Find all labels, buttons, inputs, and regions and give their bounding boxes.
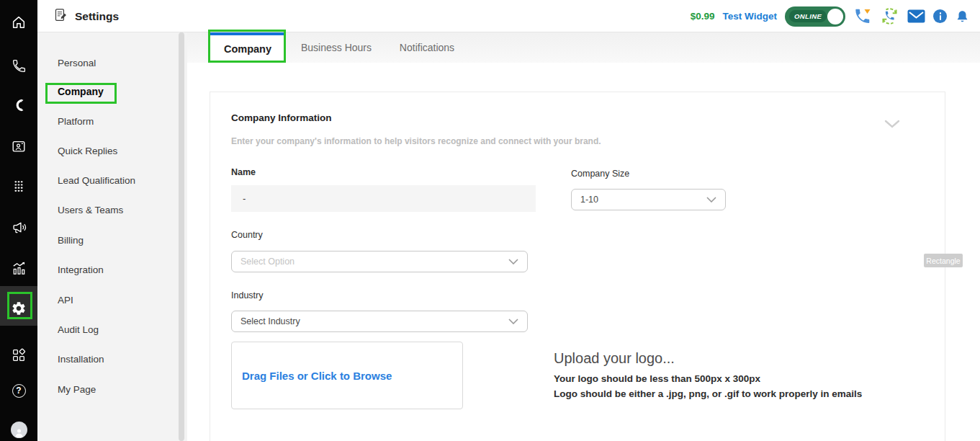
tab-strip: Company Business Hours Notifications [187,32,980,63]
question-mark-glyph: ? [12,384,26,398]
industry-value: Select Industry [240,316,508,326]
chevron-down-icon [508,259,518,264]
sidebar-item-billing[interactable]: Billing [58,235,84,246]
sidebar-item-api[interactable]: API [58,295,73,306]
industry-label: Industry [231,290,263,300]
sidebar-item-quick-replies[interactable]: Quick Replies [58,146,117,156]
notifications-bell-icon[interactable] [955,9,970,24]
sidebar-scrollbar[interactable] [179,32,184,441]
page-title: Settings [75,10,119,23]
dropzone-label: Drag Files or Click to Browse [242,370,392,382]
dialpad-icon[interactable] [0,177,37,196]
company-name-input[interactable] [231,185,536,212]
lead-magnet-icon[interactable] [0,96,37,115]
online-status-toggle[interactable]: ONLINE [785,6,845,27]
settings-doc-icon [53,7,68,26]
chevron-down-icon [508,318,518,324]
tab-notifications[interactable]: Notifications [393,32,461,63]
sidebar-item-lead-qualification[interactable]: Lead Qualification [58,175,135,186]
name-label: Name [231,167,256,177]
online-status-label: ONLINE [789,10,827,22]
sidebar-item-company[interactable]: Company [58,86,104,97]
widget-name-link[interactable]: Test Widget [723,11,777,22]
card-subtitle: Enter your company's information to help… [231,136,601,146]
tab-company[interactable]: Company [210,32,286,63]
toggle-knob [827,9,843,24]
info-icon[interactable] [933,9,947,23]
country-select[interactable]: Select Option [231,251,528,272]
industry-select[interactable]: Select Industry [231,311,528,332]
top-header: Settings $0.99 Test Widget ONLINE [37,0,980,32]
icon-rail: ? [0,0,37,441]
help-icon[interactable]: ? [0,381,37,400]
upload-logo-hint-size: Your logo should be less than 500px x 30… [554,373,760,384]
sidebar-item-users-teams[interactable]: Users & Teams [58,205,123,215]
sidebar-item-my-page[interactable]: My Page [58,384,96,395]
avatar[interactable] [0,420,37,439]
gear-icon[interactable] [0,299,37,318]
main-content: Company Business Hours Notifications Com… [187,32,980,441]
mail-icon[interactable] [907,9,925,23]
megaphone-icon[interactable] [0,218,37,237]
company-information-card: Company Information Enter your company's… [210,92,945,441]
contacts-icon[interactable] [0,137,37,156]
country-label: Country [231,230,263,240]
tab-business-hours[interactable]: Business Hours [297,32,375,63]
country-placeholder: Select Option [240,257,508,267]
analytics-icon[interactable] [0,259,37,277]
chevron-down-icon [706,197,716,202]
sidebar-item-audit-log[interactable]: Audit Log [58,324,99,335]
upload-logo-heading: Upload your logo... [554,350,675,367]
sidebar-item-personal[interactable]: Personal [58,58,96,68]
settings-sidebar: Personal Company Platform Quick Replies … [37,32,187,441]
rectangle-annotation-badge: Rectangle [924,254,963,267]
logo-dropzone[interactable]: Drag Files or Click to Browse [231,342,463,409]
upload-logo-hint-format: Logo should be either a .jpg, png, or .g… [554,388,862,399]
settings-page: ? Personal Company Platform Quick Replie… [0,0,980,441]
collapse-chevron-icon[interactable] [884,118,900,131]
apps-icon[interactable] [0,346,37,365]
call-refresh-icon[interactable] [880,6,899,26]
sidebar-item-integration[interactable]: Integration [58,264,104,275]
home-icon[interactable] [0,13,37,32]
company-size-select[interactable]: 1-10 [571,189,726,210]
missed-call-icon[interactable] [853,7,872,26]
company-size-value: 1-10 [580,195,706,205]
sidebar-item-installation[interactable]: Installation [58,354,104,365]
account-balance: $0.99 [691,11,715,22]
company-size-label: Company Size [571,169,629,179]
sidebar-item-platform[interactable]: Platform [58,116,94,127]
card-title: Company Information [231,112,332,123]
phone-icon[interactable] [0,56,37,75]
